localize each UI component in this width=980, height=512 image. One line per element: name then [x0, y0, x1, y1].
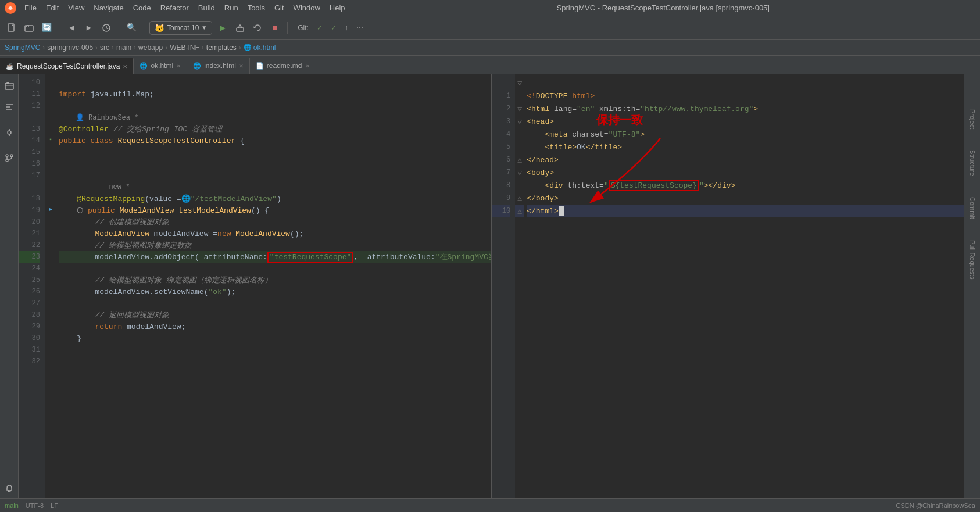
tab-indexhtml[interactable]: 🌐 index.html ✕ [187, 58, 250, 74]
tomcat-dropdown[interactable]: 🐱 Tomcat 10 ▼ [149, 21, 212, 35]
run-btn[interactable]: ▶ [216, 21, 230, 35]
sync-btn[interactable]: 🔄 [40, 21, 53, 35]
right-sidebar: Project Structure Commit Pull Requests [964, 74, 980, 498]
status-right: CSDN @ChinaRainbowSea [896, 502, 975, 509]
breadcrumb-file[interactable]: 🌐 ok.html [244, 44, 276, 52]
code-line-19: ⬡ public ModelAndView testModelAndView (… [59, 205, 491, 216]
new-file-btn[interactable] [5, 21, 19, 35]
menu-code[interactable]: Code [130, 2, 155, 13]
menu-run[interactable]: Run [221, 2, 242, 13]
html-line-5: <title> OK </title> [527, 141, 964, 153]
breadcrumb-webapp[interactable]: webapp [138, 44, 163, 52]
svg-point-10 [10, 155, 13, 157]
code-line-21: ModelAndView modelAndView = new ModelAnd… [59, 228, 491, 239]
sidebar-label-structure[interactable]: Structure [969, 150, 976, 176]
menu-help[interactable]: Help [326, 2, 349, 13]
sidebar-notifications-icon[interactable] [2, 482, 16, 496]
menu-file[interactable]: File [21, 2, 40, 13]
breadcrumb-templates[interactable]: templates [206, 44, 237, 52]
update-btn[interactable] [251, 21, 264, 35]
back-btn[interactable]: ◀ [65, 21, 78, 35]
toolbar: 🔄 ◀ ▶ 🔍 🐱 Tomcat 10 ▼ ▶ ■ Git: ✓ ✓ ↑ ⋯ [0, 16, 980, 40]
menu-view[interactable]: View [65, 2, 88, 13]
open-btn[interactable] [22, 21, 36, 35]
tab-controller[interactable]: ☕ RequestScopeTestController.java ✕ [0, 58, 134, 74]
code-line-29: return modelAndView; [59, 321, 491, 332]
svg-rect-1 [8, 24, 14, 31]
svg-rect-6 [6, 82, 9, 84]
html-file-icon: 🌐 [244, 44, 252, 51]
stop-btn[interactable]: ■ [268, 21, 282, 35]
tab-okhtml-close[interactable]: ✕ [176, 63, 181, 69]
html-line-empty [527, 77, 964, 89]
tomcat-chevron: ▼ [201, 24, 207, 31]
tab-okhtml[interactable]: 🌐 ok.html ✕ [134, 58, 187, 74]
gutter-icons: ▪ ▶ [45, 74, 56, 498]
breadcrumb-springmvc[interactable]: SpringMVC [5, 44, 40, 52]
code-line-30: } [59, 332, 491, 344]
html-code-area: <! DOCTYPE html > <html lang= "en" xmlns… [524, 74, 964, 498]
menu-refactor[interactable]: Refactor [157, 2, 192, 13]
breadcrumb-project[interactable]: springmvc-005 [47, 44, 93, 52]
recent-btn[interactable] [99, 21, 113, 35]
red-box-html: ${testRequestScope} [609, 180, 699, 191]
code-line-15 [59, 146, 491, 158]
menu-build[interactable]: Build [195, 2, 219, 13]
tab-indexhtml-close[interactable]: ✕ [239, 63, 244, 69]
menu-window[interactable]: Window [290, 2, 324, 13]
tomcat-label: Tomcat 10 [167, 24, 199, 32]
html-icon: 🌐 [140, 62, 148, 70]
red-box-testRequestScope: "testRequestScope" [267, 252, 353, 263]
code-line-17 [59, 170, 491, 181]
menu-git[interactable]: Git [271, 2, 288, 13]
forward-btn[interactable]: ▶ [82, 21, 96, 35]
html-line-8: <div th:text= " ${testRequestScope} " ><… [527, 179, 964, 192]
breadcrumb-src[interactable]: src [100, 44, 109, 52]
sidebar-project-icon[interactable] [2, 79, 16, 93]
tomcat-icon: 🐱 [155, 23, 164, 33]
sidebar-structure-icon[interactable] [2, 100, 16, 114]
code-line-14: public class RequestScopeTestController … [59, 135, 491, 146]
status-line-ending: LF [51, 502, 58, 509]
java-code: import java.util.Map; 👤 RainbowSea * @Co… [56, 74, 491, 498]
code-line-26: modelAndView.setViewName( "ok" ); [59, 286, 491, 298]
code-line-10 [59, 77, 491, 88]
sep3 [144, 22, 144, 34]
code-line-24 [59, 263, 491, 274]
code-line-20: // 创建模型视图对象 [59, 216, 491, 228]
svg-point-8 [6, 155, 8, 157]
cursor [559, 206, 564, 216]
build-btn[interactable] [233, 21, 247, 35]
git-check-icon2: ✓ [331, 24, 337, 32]
sidebar-commit-icon[interactable] [2, 126, 16, 139]
breadcrumb-bar: SpringMVC › springmvc-005 › src › main ›… [0, 40, 980, 56]
sidebar-label-project[interactable]: Project [969, 109, 976, 129]
menu-bar: File Edit View Navigate Code Refactor Bu… [0, 0, 980, 16]
html-line-10: </html> [527, 205, 964, 217]
tab-controller-close[interactable]: ✕ [123, 63, 127, 70]
status-encoding: UTF-8 [26, 502, 44, 509]
code-line-new: new * [59, 181, 491, 193]
menu-tools[interactable]: Tools [244, 2, 269, 13]
code-line-16 [59, 158, 491, 170]
tab-readme[interactable]: 📄 readme.md ✕ [250, 58, 316, 74]
tab-readme-close[interactable]: ✕ [305, 63, 310, 69]
sep4 [287, 22, 288, 34]
sidebar-label-commit[interactable]: Commit [969, 197, 976, 219]
search-btn[interactable]: 🔍 [124, 21, 138, 35]
menu-navigate[interactable]: Navigate [90, 2, 127, 13]
status-bar: main UTF-8 LF CSDN @ChinaRainbowSea [0, 498, 980, 512]
sep2 [119, 22, 119, 34]
main-area: 10 11 12 · 13 14 15 16 17 · 18 19 20 21 … [0, 74, 980, 498]
code-line-22: // 给模型视图对象绑定数据 [59, 239, 491, 251]
breadcrumb-webinf[interactable]: WEB-INF [170, 44, 199, 52]
git-label: Git: [298, 24, 309, 32]
sidebar-pullreq-icon[interactable] [2, 151, 16, 165]
svg-point-7 [8, 131, 11, 134]
code-line-27 [59, 298, 491, 309]
breadcrumb-main[interactable]: main [116, 44, 131, 52]
sidebar-label-pullreq[interactable]: Pull Requests [969, 240, 976, 280]
menu-edit[interactable]: Edit [42, 2, 62, 13]
html-line-2: <html lang= "en" xmlns:th= "http//www.th… [527, 102, 964, 115]
html-line-9: </body> [527, 192, 964, 205]
